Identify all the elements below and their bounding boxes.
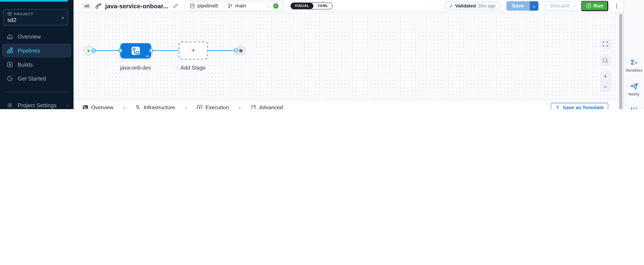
accent-bar: [0, 0, 68, 2]
zoom-in-button[interactable]: +: [604, 73, 607, 79]
sidebar-item-label: Overview: [18, 34, 41, 40]
connector-port: [234, 49, 238, 53]
sidebar-item-label: Get Started: [18, 76, 46, 82]
builds-icon: [6, 61, 13, 68]
panel-item-variables[interactable]: Σx Variables: [624, 58, 644, 73]
branch-selector[interactable]: main ⌄ ✓: [223, 1, 283, 11]
run-label: Run: [593, 3, 603, 9]
stage-overview-icon: [82, 105, 88, 109]
chevron-right-icon: ›: [185, 104, 187, 109]
tab-label: Advanced: [259, 104, 283, 109]
repo-store-icon: </>: [190, 3, 195, 9]
custom-stage-icon: [131, 46, 140, 56]
connector-port: [149, 49, 153, 53]
save-split-button: Save ⌄: [506, 1, 538, 11]
panel-item-label: Variables: [626, 68, 642, 73]
tab-overview[interactable]: Overview: [82, 101, 114, 109]
stage-canvas[interactable]: </> java-onb-dev + Add Stage + −: [74, 12, 618, 101]
home-icon: [6, 33, 13, 40]
panel-item-notify[interactable]: Notify: [624, 82, 644, 97]
sidebar-item-label: Builds: [18, 61, 32, 68]
cube-icon: [8, 12, 12, 16]
tab-infrastructure[interactable]: Infrastructure: [135, 101, 175, 109]
pipeline-title: java-service-onboar...: [105, 2, 168, 9]
stop-icon: [239, 49, 242, 52]
pipelines-icon: [6, 47, 13, 54]
sidebar-item-get-started[interactable]: Get Started: [0, 72, 74, 86]
panel-item-flow-control[interactable]: Flow Control: [624, 106, 644, 109]
notify-icon: [630, 82, 638, 91]
tab-execution[interactable]: Execution: [197, 101, 229, 109]
save-menu-button[interactable]: ⌄: [530, 1, 538, 11]
run-button[interactable]: Run: [581, 1, 608, 11]
check-icon: ✓: [449, 3, 453, 9]
discard-button[interactable]: Discard: [545, 1, 574, 11]
reset-selection-button[interactable]: [600, 55, 611, 66]
validated-time: 35m ago: [478, 3, 496, 8]
more-options-icon[interactable]: ⋮: [614, 3, 620, 9]
pipeline-branch-selector: </> pipeline8 main ⌄ ✓: [184, 1, 283, 11]
add-stage-button[interactable]: +: [179, 42, 208, 60]
chevron-right-icon: ›: [239, 104, 240, 109]
sidebar-nav: Overview Pipelines Builds Get Started: [0, 30, 74, 109]
vertical-scrollbar: [618, 12, 624, 109]
get-started-icon: [6, 75, 13, 82]
project-info: PROJECT sd2: [8, 12, 62, 23]
project-selector[interactable]: PROJECT sd2 ›: [3, 9, 68, 25]
toggle-visual[interactable]: VISUAL: [290, 3, 314, 9]
infrastructure-icon: [135, 105, 141, 109]
tab-advanced[interactable]: Advanced: [250, 101, 283, 109]
visual-yaml-toggle: VISUAL YAML: [290, 2, 333, 9]
version-badge: v0: [82, 3, 92, 9]
project-name: sd2: [8, 17, 62, 23]
sidebar-item-pipelines[interactable]: Pipelines: [2, 44, 72, 58]
edit-icon[interactable]: [173, 3, 178, 9]
start-play-icon: [88, 49, 92, 52]
plus-icon: +: [191, 47, 195, 55]
project-label: PROJECT: [14, 12, 34, 16]
flow-control-icon: [630, 106, 638, 109]
connector-port: [92, 49, 96, 53]
validated-label: Validated: [455, 3, 476, 8]
gear-icon: [6, 102, 13, 109]
chevron-right-icon: ›: [67, 102, 69, 108]
right-toolbar: Σx Variables Notify Flow Control Policy …: [624, 0, 644, 109]
save-as-template-label: Save as Template: [563, 105, 604, 109]
stage-node-java-onb-dev[interactable]: </>: [120, 43, 151, 58]
tab-label: Infrastructure: [144, 104, 175, 109]
advanced-icon: [250, 105, 256, 109]
branch-valid-icon: ✓: [273, 3, 278, 9]
fit-to-screen-button[interactable]: [600, 39, 611, 49]
tab-label: Overview: [91, 104, 114, 109]
run-play-icon: [586, 3, 592, 9]
tab-label: Execution: [205, 104, 229, 109]
branch-value: main: [235, 3, 246, 9]
variables-icon: Σx: [631, 58, 637, 67]
pipeline-store-selector[interactable]: </> pipeline8: [185, 1, 222, 11]
git-branch-icon: [227, 3, 233, 9]
divider: [5, 92, 69, 92]
connector-line: [89, 50, 241, 51]
save-as-template-button[interactable]: Save as Template: [551, 103, 608, 109]
sidebar: PROJECT sd2 › Overview Pipelines: [0, 0, 74, 109]
upload-icon: [555, 105, 560, 109]
sidebar-item-builds[interactable]: Builds: [0, 58, 74, 72]
add-stage-label: Add Stage: [168, 65, 218, 71]
save-button[interactable]: Save: [506, 1, 530, 11]
sidebar-item-project-settings[interactable]: Project Settings ›: [0, 98, 74, 109]
connector-port: [118, 49, 122, 53]
stage-name-label: java-onb-dev: [111, 65, 160, 71]
zoom-out-button[interactable]: −: [604, 84, 607, 90]
chevron-down-icon: ⌄: [267, 4, 270, 8]
toggle-yaml[interactable]: YAML: [314, 3, 332, 9]
validated-badge[interactable]: ✓ Validated 35m ago: [444, 2, 500, 10]
sidebar-item-overview[interactable]: Overview: [0, 30, 74, 44]
svg-text:</>: </>: [191, 5, 193, 7]
chevron-right-icon: ›: [62, 14, 64, 20]
chevron-right-icon: ›: [123, 104, 125, 109]
pipeline-store-value: pipeline8: [198, 3, 218, 9]
sidebar-item-label: Pipelines: [18, 48, 40, 54]
scrollbar-thumb[interactable]: [619, 14, 622, 109]
topbar: v0 java-service-onboar... </> pipeline8 …: [74, 0, 624, 12]
panel-item-label: Notify: [628, 92, 640, 97]
